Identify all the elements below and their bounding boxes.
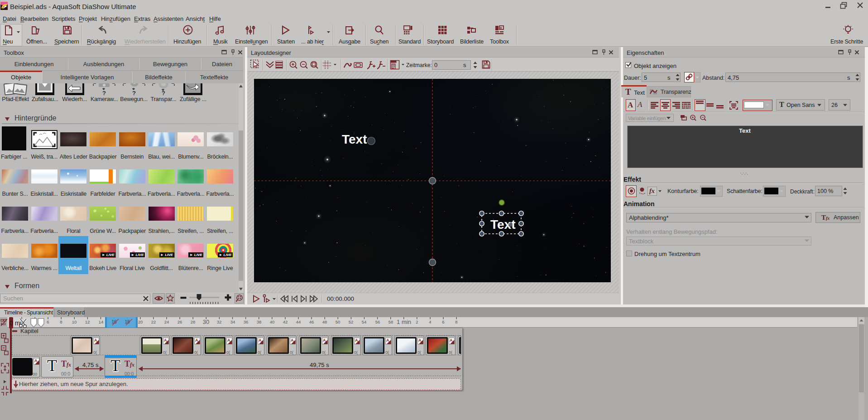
svg-text:?: ? — [162, 90, 165, 96]
svg-text:A: A — [259, 338, 262, 343]
svg-text:A: A — [94, 338, 97, 343]
svg-text:A: A — [450, 338, 453, 343]
svg-text:A: A — [418, 338, 422, 343]
svg-text:A: A — [227, 338, 230, 343]
svg-text:A: A — [195, 338, 198, 343]
svg-text:Text: Text — [342, 132, 367, 146]
svg-text:?: ? — [132, 90, 136, 96]
svg-text:A: A — [355, 338, 358, 343]
svg-text:?: ? — [102, 90, 106, 96]
svg-text:A: A — [386, 338, 389, 343]
svg-text:A: A — [164, 338, 167, 343]
svg-text:A: A — [323, 338, 326, 343]
svg-text:A: A — [291, 338, 294, 343]
svg-text:A: A — [34, 358, 38, 363]
